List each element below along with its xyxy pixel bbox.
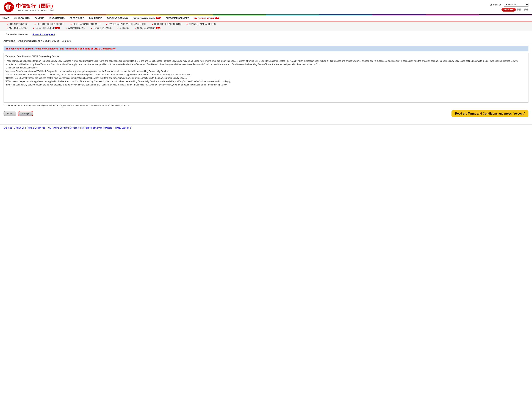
sub-nav-row2: ►MY PREFERENCE ►SECURITY SET-UP New ►WeC… [4,26,528,30]
language-links: 繁體 | 簡体 [517,8,528,11]
service-tabs: Service Maintenance Account Management [0,31,532,38]
subnav-security-setup[interactable]: ►SECURITY SET-UP New [30,26,63,30]
subnav-set-transaction-limits[interactable]: ►SET TRANSACTION LIMITS [67,22,103,26]
main-content: The content of "i-banking Terms and Cond… [0,44,532,121]
cncb-badge: New [156,17,161,19]
nav-my-online-setup[interactable]: MY ONLINE SET-UP New [191,15,222,21]
nav-insurance[interactable]: INSURANCE [87,16,104,21]
color-bar [0,14,532,15]
terms-title: Terms and Conditions for CNCB Connectivi… [6,55,526,58]
footer-privacy-statement[interactable]: Privacy Statement [114,127,131,129]
breadcrumb-activation: Activation [4,39,13,42]
nav-credit-card[interactable]: CREDIT CARD [67,16,87,21]
svg-point-0 [4,2,14,12]
breadcrumb-complete: Complete [62,39,71,42]
subnav-touch-balance[interactable]: ►TOUCH BALANCE [88,26,114,30]
sub-nav-row1: ►LOGIN PASSWORD ►SELECT ONLINE ACCOUNT ►… [4,22,528,26]
subnav-citicpay[interactable]: ►CITICpay [114,26,132,30]
lang-simplified[interactable]: 簡体 [524,8,528,11]
accept-button[interactable]: Accept [18,111,33,116]
shortcut-row: Shortcut to:- Shortcut to:- [490,3,528,6]
header-right: Shortcut to:- Shortcut to:- LOGOUT 繁體 | … [490,3,528,12]
subnav-login-password[interactable]: ►LOGIN PASSWORD [4,22,32,26]
service-maintenance-tab: Service Maintenance [4,32,30,36]
subnav-wechat-binding[interactable]: ►WeChat BINDING [63,26,88,30]
logout-row: LOGOUT 繁體 | 簡体 [501,8,528,12]
nav-customer-services[interactable]: CUSTOMER SERVICES [163,16,191,21]
subnav-overseas-atm[interactable]: ►OVERSEAS ATM WITHDRAWAL LIMIT [103,22,149,26]
footer-contact-us[interactable]: Contact Us [14,127,24,129]
footer-links: Site Map | Contact Us | Terms & Conditio… [4,127,528,129]
main-nav: HOME MY ACCOUNTS BANKING INVESTMENTS CRE… [0,15,532,21]
subnav-change-email[interactable]: ►CHANGE EMAIL ADDRESS [183,22,218,26]
logo-area: 中信银行（国际） CHINA CITIC BANK INTERNATIONAL [4,2,56,13]
nav-account-opening[interactable]: ACCOUNT OPENING [104,16,130,21]
logo-chinese: 中信银行（国际） [16,3,56,9]
footer-online-security[interactable]: Online Security [53,127,67,129]
breadcrumb-separator1: > [14,39,16,42]
terms-box[interactable]: Terms and Conditions for CNCB Connectivi… [4,53,528,102]
logo-text: 中信银行（国际） CHINA CITIC BANK INTERNATIONAL [16,3,56,12]
nav-cncb-connectivity[interactable]: CNCB CONNECTIVITY New [130,15,163,21]
breadcrumb-separator2: > [60,39,62,42]
security-setup-badge: New [55,27,60,29]
confirm-text: I confirm that I have received, read and… [4,104,528,107]
cncb-connectivity-badge: New [156,27,160,29]
svg-rect-3 [9,5,10,9]
footer-disclaimers-providers[interactable]: Disclaimers of Service Providers [81,127,112,129]
back-button[interactable]: Back [4,111,16,116]
breadcrumb-terms: Terms and Conditions > [16,39,42,42]
subnav-select-online-account[interactable]: ►SELECT ONLINE ACCOUNT [32,22,67,26]
lang-traditional[interactable]: 繁體 [517,8,521,11]
breadcrumb-security-device: Security Device [43,39,59,42]
subnav-registered-accounts[interactable]: ►REGISTERED ACCOUNTS [149,22,183,26]
logo-icon [4,2,14,13]
footer: Site Map | Contact Us | Terms & Conditio… [0,124,532,131]
footer-disclaimer[interactable]: Disclaimer [70,127,79,129]
account-management-tab[interactable]: Account Management [30,32,57,36]
button-row: Back Accept [4,111,33,116]
footer-site-map[interactable]: Site Map [4,127,12,129]
nav-investments[interactable]: INVESTMENTS [47,16,67,21]
subnav-cncb-connectivity[interactable]: ►CNCB Connectivity New [132,26,164,30]
logo-english: CHINA CITIC BANK INTERNATIONAL [16,9,56,12]
sub-nav: ►LOGIN PASSWORD ►SELECT ONLINE ACCOUNT ►… [0,21,532,31]
nav-banking[interactable]: BANKING [32,16,47,21]
nav-home[interactable]: HOME [0,16,11,21]
subnav-my-preference[interactable]: ►MY PREFERENCE [4,26,30,30]
page-header: 中信银行（国际） CHINA CITIC BANK INTERNATIONAL … [0,0,532,14]
callout-tooltip: Read the Terms and Conditions and press … [451,110,528,117]
nav-my-accounts[interactable]: MY ACCOUNTS [11,16,32,21]
footer-faq[interactable]: FAQ [47,127,51,129]
logout-button[interactable]: LOGOUT [501,8,515,12]
shortcut-select[interactable]: Shortcut to:- [504,3,528,6]
section-header: The content of "i-banking Terms and Cond… [4,46,528,51]
setup-badge: New [215,17,219,19]
breadcrumb: Activation > Terms and Conditions > Secu… [0,38,532,44]
terms-body: These Terms and Conditions for i-banking… [6,59,526,87]
shortcut-label: Shortcut to:- [490,3,502,6]
footer-terms-conditions[interactable]: Terms & Conditions [26,127,45,129]
